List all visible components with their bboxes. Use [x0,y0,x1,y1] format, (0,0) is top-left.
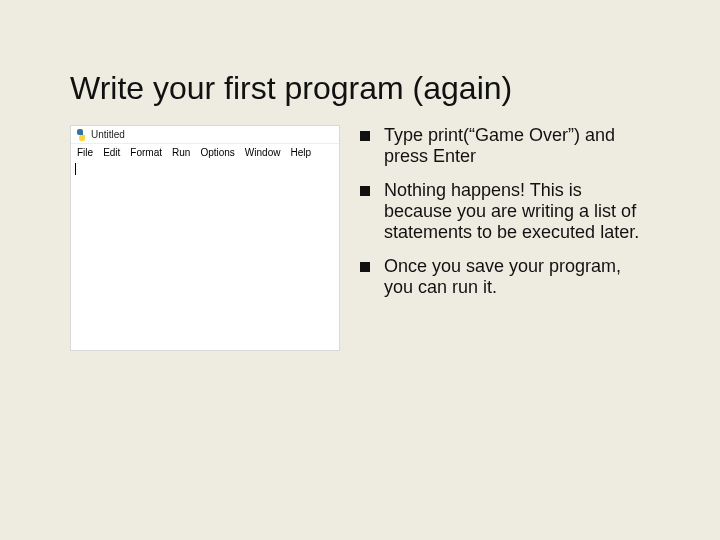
square-bullet-icon [360,262,370,272]
python-icon [75,129,87,141]
bullet-text: Type print(“Game Over”) and press Enter [384,125,650,166]
menu-format[interactable]: Format [130,147,162,158]
menu-help[interactable]: Help [290,147,311,158]
editor-text-area[interactable] [71,160,339,350]
menu-file[interactable]: File [77,147,93,158]
content-row: Untitled File Edit Format Run Options Wi… [70,125,650,351]
slide: Write your first program (again) Untitle… [0,0,720,540]
list-item: Once you save your program, you can run … [360,256,650,297]
list-item: Nothing happens! This is because you are… [360,180,650,242]
square-bullet-icon [360,186,370,196]
menu-options[interactable]: Options [200,147,234,158]
list-item: Type print(“Game Over”) and press Enter [360,125,650,166]
editor-titlebar: Untitled [71,126,339,144]
menu-window[interactable]: Window [245,147,281,158]
menu-edit[interactable]: Edit [103,147,120,158]
bullet-list: Type print(“Game Over”) and press Enter … [360,125,650,312]
square-bullet-icon [360,131,370,141]
menu-run[interactable]: Run [172,147,190,158]
bullet-text: Nothing happens! This is because you are… [384,180,650,242]
editor-window-title: Untitled [91,129,125,140]
idle-editor-window: Untitled File Edit Format Run Options Wi… [70,125,340,351]
slide-title: Write your first program (again) [70,70,650,107]
text-caret [75,163,76,175]
editor-menubar: File Edit Format Run Options Window Help [71,144,339,160]
bullet-text: Once you save your program, you can run … [384,256,650,297]
